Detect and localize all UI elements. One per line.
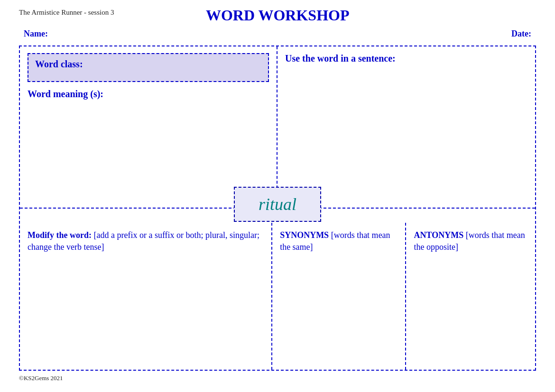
- modify-col: Modify the word: [add a prefix or a suff…: [20, 223, 272, 370]
- synonyms-col: SYNONYMS [words that mean the same]: [272, 223, 406, 370]
- left-top-panel: Word class: Word meaning (s):: [20, 46, 278, 208]
- use-sentence-label: Use the word in a sentence:: [285, 53, 527, 64]
- name-date-row: Name: Date:: [19, 29, 536, 39]
- center-word-container: ritual: [234, 187, 321, 222]
- modify-bold: Modify the word:: [28, 230, 92, 240]
- synonyms-bold: SYNONYMS: [280, 230, 329, 240]
- top-section: Word class: Word meaning (s): Use the wo…: [20, 46, 535, 209]
- synonyms-label: SYNONYMS [words that mean the same]: [280, 229, 398, 253]
- session-label: The Armistice Runner - session 3: [19, 9, 114, 17]
- right-top-panel: Use the word in a sentence:: [278, 46, 535, 208]
- page: The Armistice Runner - session 3 WORD WO…: [0, 0, 555, 392]
- modify-label: Modify the word: [add a prefix or a suff…: [28, 229, 264, 253]
- antonyms-label: ANTONYMS [words that mean the opposite]: [414, 229, 527, 253]
- antonyms-bold: ANTONYMS: [414, 230, 463, 240]
- antonyms-col: ANTONYMS [words that mean the opposite]: [406, 223, 535, 370]
- main-grid: Word class: Word meaning (s): Use the wo…: [19, 46, 536, 371]
- word-class-box: Word class:: [28, 53, 269, 82]
- top-bar: The Armistice Runner - session 3 WORD WO…: [19, 9, 536, 24]
- bottom-section: Modify the word: [add a prefix or a suff…: [20, 223, 535, 370]
- center-word-text: ritual: [259, 195, 296, 214]
- page-title: WORD WORKSHOP: [114, 7, 441, 24]
- name-label: Name:: [24, 29, 48, 39]
- copyright-text: ©KS2Gems 2021: [19, 374, 63, 382]
- footer: ©KS2Gems 2021: [19, 374, 536, 382]
- word-meaning-label: Word meaning (s):: [28, 89, 269, 100]
- word-class-label: Word class:: [35, 59, 83, 69]
- center-word-box: ritual: [234, 187, 321, 222]
- date-label: Date:: [511, 29, 531, 39]
